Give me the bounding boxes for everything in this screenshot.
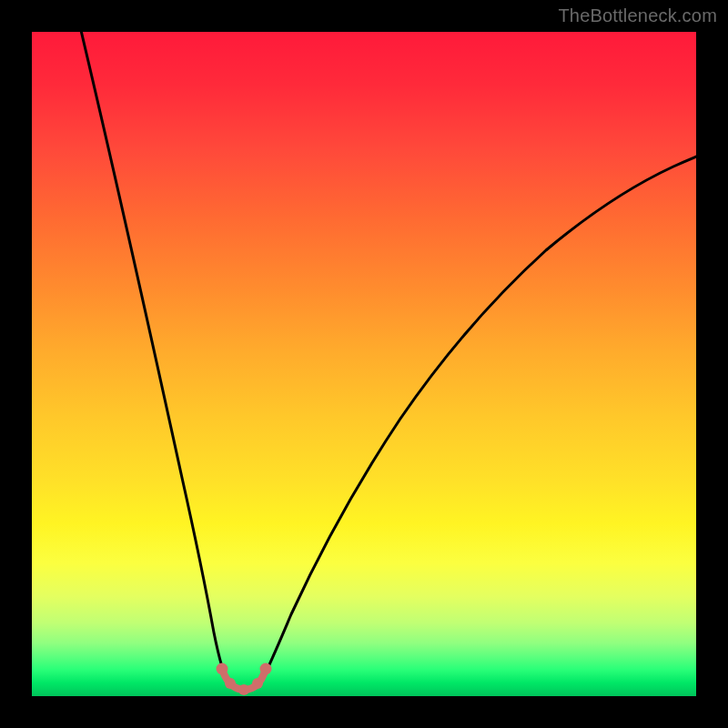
svg-point-2 [238, 684, 249, 695]
svg-point-0 [217, 663, 228, 675]
svg-point-1 [225, 678, 236, 689]
bottleneck-curve [32, 32, 696, 696]
watermark-text: TheBottleneck.com [558, 5, 717, 26]
plot-area [32, 32, 696, 696]
svg-point-4 [260, 663, 272, 675]
chart-frame: TheBottleneck.com [0, 0, 728, 728]
svg-point-3 [252, 678, 263, 689]
